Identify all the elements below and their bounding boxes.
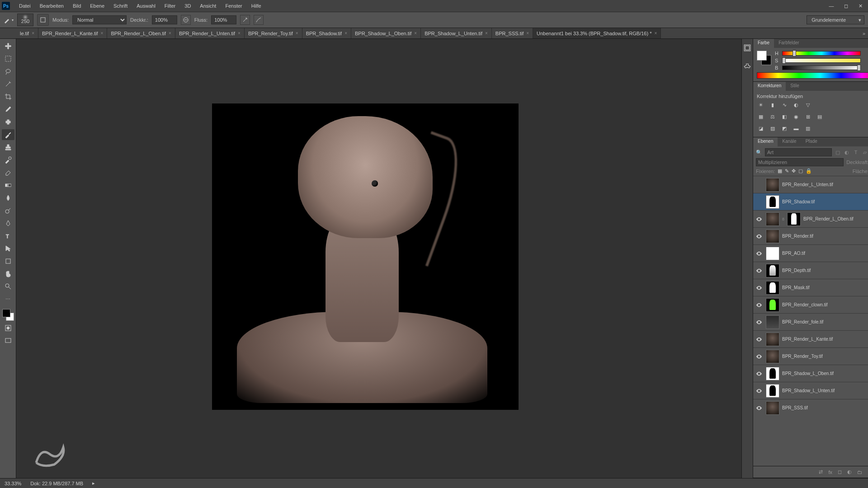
lock-pixels-icon[interactable]: ✎ <box>785 168 789 174</box>
filter-type-icon[interactable]: T <box>853 150 859 155</box>
menu-ansicht[interactable]: Ansicht <box>195 1 221 10</box>
layer-visibility-icon[interactable] <box>755 249 763 258</box>
canvas-area[interactable] <box>16 39 741 478</box>
menu-datei[interactable]: Datei <box>14 1 35 10</box>
adj-vibrance-icon[interactable]: ▽ <box>804 101 812 109</box>
adj-curves-icon[interactable]: ∿ <box>780 101 788 109</box>
layer-row[interactable]: BPR_Render.tif <box>753 227 868 244</box>
menu-ebene[interactable]: Ebene <box>85 1 109 10</box>
adj-selective-icon[interactable]: ▥ <box>804 124 812 132</box>
layer-thumbnail[interactable] <box>766 384 779 398</box>
adj-exposure-icon[interactable]: ◐ <box>792 101 800 109</box>
workspace-switcher[interactable]: Grundelemente <box>807 15 864 24</box>
close-icon[interactable]: × <box>296 31 298 36</box>
screenmode-icon[interactable] <box>2 335 14 346</box>
layer-visibility-icon[interactable] <box>755 267 763 275</box>
close-icon[interactable]: × <box>238 31 241 36</box>
adj-photofilter-icon[interactable]: ◉ <box>792 113 800 121</box>
doctabs-overflow-icon[interactable]: » <box>860 28 868 38</box>
healing-tool[interactable] <box>2 117 14 127</box>
color-ramp[interactable] <box>757 72 868 79</box>
adj-colorlookup-icon[interactable]: ▤ <box>816 113 824 121</box>
layer-name[interactable]: BPR_Shadow_L_Unten.tif <box>782 388 835 393</box>
menu-filter[interactable]: Filter <box>160 1 180 10</box>
tab-stile[interactable]: Stile <box>786 82 803 91</box>
layer-row[interactable]: BPR_SSS.tif <box>753 399 868 416</box>
edit-toolbar-icon[interactable]: ⋯ <box>2 294 14 305</box>
layer-visibility-icon[interactable] <box>755 352 763 361</box>
layer-thumbnail[interactable] <box>766 315 779 329</box>
filter-shape-icon[interactable]: ▱ <box>862 150 868 155</box>
stamp-tool[interactable] <box>2 142 14 153</box>
layer-thumbnail[interactable] <box>766 195 779 209</box>
layer-group-icon[interactable]: 🗀 <box>857 469 862 475</box>
window-close-icon[interactable]: ✕ <box>857 3 863 9</box>
layer-row[interactable]: BPR_Mask.tif <box>753 279 868 296</box>
layer-thumbnail[interactable] <box>766 367 779 380</box>
blend-mode-select[interactable]: Normal <box>72 15 127 24</box>
wand-tool[interactable] <box>2 79 14 89</box>
layer-filter-select[interactable] <box>765 148 832 156</box>
document-tab[interactable]: BPR_Render_L_Oben.tif× <box>107 28 175 38</box>
document-tab[interactable]: BPR_Render_L_Unten.tif× <box>175 28 245 38</box>
dodge-tool[interactable] <box>2 205 14 216</box>
layer-name[interactable]: BPR_Render.tif <box>782 234 813 239</box>
tab-kanäle[interactable]: Kanäle <box>778 137 801 146</box>
marquee-tool[interactable] <box>2 53 14 64</box>
layer-row[interactable]: BPR_AO.tif <box>753 244 868 262</box>
layer-name[interactable]: BPR_Shadow.tif <box>782 199 815 204</box>
filter-pixel-icon[interactable]: ▢ <box>835 150 841 155</box>
adj-channelmixer-icon[interactable]: ⊞ <box>804 113 812 121</box>
tab-farbe[interactable]: Farbe <box>753 39 774 48</box>
close-icon[interactable]: × <box>526 31 529 36</box>
layer-link-indicator[interactable]: 8 <box>782 217 784 221</box>
lock-position-icon[interactable]: ✥ <box>792 168 796 174</box>
filter-adjust-icon[interactable]: ◐ <box>844 150 850 155</box>
document-tab[interactable]: BPR_Render_L_Kante.tif× <box>38 28 107 38</box>
layer-mask-thumbnail[interactable] <box>787 212 801 226</box>
document-tab[interactable]: le.tif× <box>16 28 38 38</box>
layer-thumbnail[interactable] <box>766 212 779 226</box>
close-icon[interactable]: × <box>344 31 347 36</box>
layer-row[interactable]: BPR_Render_Toy.tif <box>753 347 868 365</box>
menu-auswahl[interactable]: Auswahl <box>132 1 160 10</box>
layer-thumbnail[interactable] <box>766 230 779 243</box>
layer-visibility-icon[interactable] <box>755 301 763 309</box>
blur-tool[interactable] <box>2 192 14 203</box>
hand-tool[interactable] <box>2 268 14 279</box>
layer-name[interactable]: BPR_Render_Toy.tif <box>782 354 823 359</box>
layer-row[interactable]: BPR_Depth.tif <box>753 262 868 279</box>
layer-thumbnail[interactable] <box>766 178 779 192</box>
layer-row[interactable]: BPR_Shadow.tif <box>753 193 868 210</box>
layer-row[interactable]: 8BPR_Render_L_Oben.tif <box>753 210 868 227</box>
layer-name[interactable]: BPR_Render_L_Kante.tif <box>782 337 833 342</box>
flow-input[interactable] <box>211 15 236 24</box>
layer-name[interactable]: BPR_Shadow_L_Oben.tif <box>782 371 834 376</box>
adj-threshold-icon[interactable]: ◩ <box>780 124 788 132</box>
close-icon[interactable]: × <box>485 31 488 36</box>
crop-tool[interactable] <box>2 91 14 102</box>
tool-preset-picker[interactable]: ▾ <box>4 16 14 23</box>
close-icon[interactable]: × <box>169 31 171 36</box>
history-panel-icon[interactable] <box>742 42 753 53</box>
opacity-pressure-icon[interactable] <box>181 15 191 25</box>
layer-visibility-icon[interactable] <box>755 404 763 412</box>
status-doc-info[interactable]: Dok: 22.9 MB/287.7 MB <box>30 481 83 486</box>
layer-row[interactable]: BPR_Render_L_Kante.tif <box>753 330 868 347</box>
adj-colorbalance-icon[interactable]: ⚖ <box>769 113 777 121</box>
document-tab[interactable]: BPR_Shadow_L_Unten.tif× <box>421 28 492 38</box>
layer-name[interactable]: BPR_Render_L_Unten.tif <box>782 182 833 187</box>
adj-brightness-icon[interactable]: ☀ <box>757 101 765 109</box>
document-canvas[interactable] <box>212 104 518 409</box>
document-tab[interactable]: BPR_Render_Toy.tif× <box>245 28 302 38</box>
zoom-tool[interactable] <box>2 281 14 292</box>
brush-preset-picker[interactable]: 250 <box>17 14 33 26</box>
layer-visibility-icon[interactable] <box>755 232 763 240</box>
adj-hue-icon[interactable]: ▦ <box>757 113 765 121</box>
status-zoom[interactable]: 33.33% <box>5 481 21 486</box>
menu-bild[interactable]: Bild <box>68 1 85 10</box>
layer-visibility-icon[interactable] <box>755 318 763 326</box>
hue-slider[interactable] <box>782 51 861 56</box>
layer-row[interactable]: BPR_Shadow_L_Oben.tif <box>753 365 868 382</box>
eyedropper-tool[interactable] <box>2 104 14 115</box>
